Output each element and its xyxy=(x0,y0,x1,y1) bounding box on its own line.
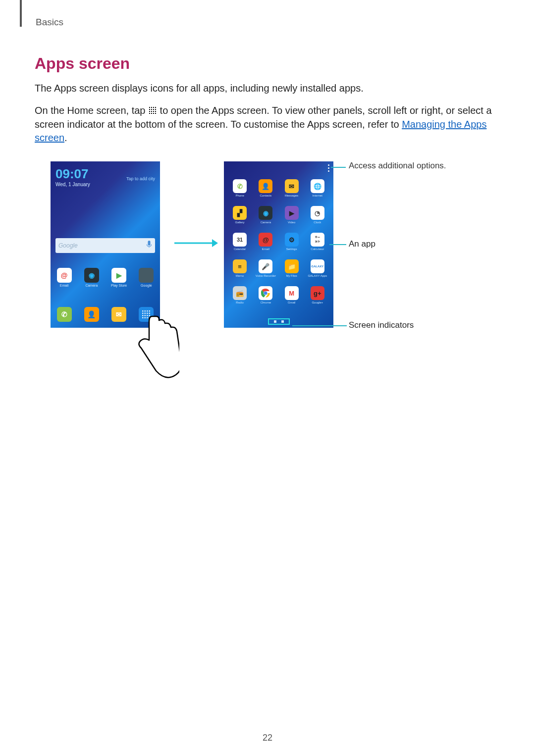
google-search-bar[interactable]: Google xyxy=(55,238,155,253)
app-gallery[interactable]: ▞Gallery xyxy=(227,205,253,232)
app-voice-recorder[interactable]: 🎤Voice Recorder xyxy=(253,258,278,285)
svg-rect-10 xyxy=(153,111,154,112)
section-header: Basics xyxy=(36,17,63,28)
app-calendar[interactable]: 31Calendar xyxy=(227,232,253,258)
app-clock[interactable]: ◔Clock xyxy=(305,205,330,232)
app-calculator[interactable]: +−×÷Calculator xyxy=(305,232,330,258)
svg-rect-12 xyxy=(149,113,150,114)
callout-indicators: Screen indicators xyxy=(349,320,414,330)
callout-options: Access additional options. xyxy=(349,160,446,171)
paragraph-2: On the Home screen, tap to open the Apps… xyxy=(35,104,500,145)
clock-date: Wed, 1 January xyxy=(51,182,160,187)
phone-icon: ✆ xyxy=(233,179,247,193)
app-camera[interactable]: ◉Camera xyxy=(80,268,104,287)
dock-contacts[interactable]: 👤 xyxy=(80,307,104,323)
app-galaxy-apps[interactable]: GALAXYGALAXY Apps xyxy=(305,258,330,285)
figure-row: 09:07 Wed, 1 January Tap to add city Goo… xyxy=(35,160,500,388)
dock-phone[interactable]: ✆ xyxy=(53,307,76,323)
arrow-icon xyxy=(173,237,218,249)
svg-rect-15 xyxy=(155,113,156,114)
calculator-icon: +−×÷ xyxy=(311,233,324,247)
svg-rect-5 xyxy=(151,109,152,110)
svg-rect-11 xyxy=(155,111,156,112)
app-email2[interactable]: @Email xyxy=(253,232,278,258)
screen-indicators[interactable] xyxy=(268,318,290,325)
app-internet[interactable]: 🌐Internet xyxy=(305,178,330,205)
app-playstore[interactable]: ▶Play Store xyxy=(107,268,131,287)
envelope-icon: ✉ xyxy=(116,310,122,318)
apps-grid-icon xyxy=(149,104,157,118)
memo-icon: ≡ xyxy=(233,259,247,273)
header-rule xyxy=(20,0,22,27)
page-title: Apps screen xyxy=(35,54,500,73)
svg-rect-8 xyxy=(149,111,150,112)
folder-icon: 📁 xyxy=(285,259,299,273)
phone-icon: ✆ xyxy=(61,310,67,318)
app-email[interactable]: @Email xyxy=(53,268,76,287)
svg-rect-0 xyxy=(149,107,150,108)
mic-icon[interactable] xyxy=(146,241,152,251)
gear-icon: ⚙ xyxy=(285,233,299,247)
email-icon: @ xyxy=(259,233,272,247)
app-contacts[interactable]: 👤Contacts xyxy=(253,178,278,205)
paragraph-1: The Apps screen displays icons for all a… xyxy=(35,82,500,95)
svg-rect-13 xyxy=(151,113,152,114)
galaxy-icon: GALAXY xyxy=(311,259,324,273)
app-memo[interactable]: ≡Memo xyxy=(227,258,253,285)
callout-line-app xyxy=(329,243,346,247)
contact-icon: 👤 xyxy=(259,179,272,193)
app-chrome[interactable]: Chrome xyxy=(253,285,278,312)
app-myfiles[interactable]: 📁My Files xyxy=(279,258,305,285)
app-googleplus[interactable]: g+Google+ xyxy=(305,285,330,312)
app-gmail[interactable]: MGmail xyxy=(279,285,305,312)
home-screen-mock: 09:07 Wed, 1 January Tap to add city Goo… xyxy=(50,160,161,329)
svg-rect-17 xyxy=(145,310,146,311)
app-settings[interactable]: ⚙Settings xyxy=(279,232,305,258)
callout-an-app: An app xyxy=(349,239,375,249)
app-video[interactable]: ▶Video xyxy=(279,205,305,232)
svg-rect-19 xyxy=(149,310,150,311)
para2-c: . xyxy=(64,132,67,143)
app-radio[interactable]: 📻Radio xyxy=(227,285,253,312)
home-row: @Email ◉Camera ▶Play Store Google xyxy=(51,268,160,287)
chrome-icon xyxy=(259,286,272,300)
camera-icon: ◉ xyxy=(89,271,95,279)
svg-rect-3 xyxy=(155,107,156,108)
apps-screen-mock: ✆Phone 👤Contacts ✉Messages 🌐Internet ▞Ga… xyxy=(223,160,334,329)
more-options-icon[interactable] xyxy=(328,164,329,172)
svg-rect-18 xyxy=(147,310,148,311)
gplus-icon: g+ xyxy=(311,286,324,300)
svg-marker-33 xyxy=(212,239,218,247)
svg-rect-14 xyxy=(153,113,154,114)
contact-icon: 👤 xyxy=(87,310,96,318)
gmail-icon: M xyxy=(285,286,299,300)
gallery-icon: ▞ xyxy=(233,206,247,220)
email-icon: @ xyxy=(61,271,68,279)
app-phone[interactable]: ✆Phone xyxy=(227,178,253,205)
clock-icon: ◔ xyxy=(311,206,324,220)
search-placeholder: Google xyxy=(58,242,146,249)
page-number: 22 xyxy=(263,733,272,743)
app-camera2[interactable]: ◉Camera xyxy=(253,205,278,232)
para2-a: On the Home screen, tap xyxy=(35,105,148,116)
calendar-icon: 31 xyxy=(233,233,247,247)
app-google-folder[interactable]: Google xyxy=(134,268,158,287)
svg-rect-9 xyxy=(151,111,152,112)
tap-add-city: Tap to add city xyxy=(126,176,155,181)
mic-icon: 🎤 xyxy=(259,259,272,273)
app-messages[interactable]: ✉Messages xyxy=(279,178,305,205)
svg-rect-6 xyxy=(153,109,154,110)
svg-rect-4 xyxy=(149,109,150,110)
play-icon: ▶ xyxy=(116,271,122,279)
svg-rect-7 xyxy=(155,109,156,110)
svg-rect-1 xyxy=(151,107,152,108)
globe-icon: 🌐 xyxy=(311,179,324,193)
svg-rect-2 xyxy=(153,107,154,108)
hand-icon xyxy=(125,314,179,383)
svg-rect-16 xyxy=(143,310,144,311)
video-icon: ▶ xyxy=(285,206,299,220)
callout-line-indicators xyxy=(292,324,347,328)
manual-page: Basics Apps screen The Apps screen displ… xyxy=(0,0,535,756)
apps-grid: ✆Phone 👤Contacts ✉Messages 🌐Internet ▞Ga… xyxy=(224,176,333,314)
radio-icon: 📻 xyxy=(233,286,247,300)
